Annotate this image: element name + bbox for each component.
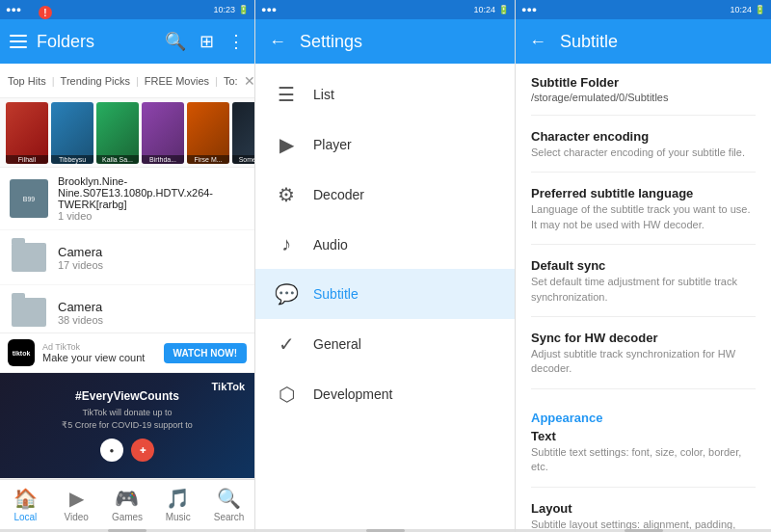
settings-title: Settings <box>300 32 362 52</box>
thumbnail-2[interactable]: Kalla Sa... <box>96 102 139 164</box>
hw-sync-section[interactable]: Sync for HW decoder Adjust subtitle trac… <box>531 331 756 389</box>
folder-list: B99 Brooklyn.Nine-Nine.S07E13.1080p.HDTV… <box>0 168 254 332</box>
hamburger-icon[interactable] <box>10 35 27 48</box>
battery-3: 🔋 <box>755 5 765 14</box>
chip-free-movies[interactable]: FREE Movies <box>145 75 209 87</box>
layout-section[interactable]: Layout Subtitle layout settings: alignme… <box>531 501 756 529</box>
music-icon: 🎵 <box>166 487 190 510</box>
audio-icon: ♪ <box>275 233 298 255</box>
back-icon-settings[interactable]: ← <box>269 32 286 52</box>
layout-section-title: Layout <box>531 501 756 516</box>
settings-item-decoder[interactable]: ⚙ Decoder <box>255 170 515 220</box>
appearance-label: Appearance <box>531 403 756 429</box>
thumbnail-1[interactable]: Tibbeysu <box>51 102 93 164</box>
decoder-label: Decoder <box>313 187 364 202</box>
preferred-lang-section[interactable]: Preferred subtitle language Language of … <box>531 186 756 245</box>
settings-item-list[interactable]: ☰ List <box>255 69 515 120</box>
list-label: List <box>313 87 334 102</box>
audio-label: Audio <box>313 237 348 253</box>
grid-icon[interactable]: ⊞ <box>199 31 214 52</box>
default-sync-desc: Set default time adjustment for subtitle… <box>531 275 756 305</box>
ad-text: Make your view count <box>42 352 156 363</box>
subtitle-folder-value: /storage/emulated/0/Subtitles <box>531 92 756 103</box>
promo-logos: ● ✚ <box>100 439 154 462</box>
tiktok-logo: tiktok <box>8 339 35 366</box>
toolbar-icons: 🔍 ⊞ ⋮ <box>165 31 245 52</box>
thumbnail-0[interactable]: Filhall <box>6 102 48 164</box>
status-left-1: ●●● <box>6 5 21 14</box>
thumb-label-1: Tibbeysu <box>51 155 93 164</box>
settings-toolbar: ← Settings <box>255 19 515 64</box>
battery-2: 🔋 <box>498 5 509 14</box>
subtitle-content: Subtitle Folder /storage/emulated/0/Subt… <box>516 64 771 529</box>
dev-icon: ⬡ <box>275 383 298 406</box>
nav-video[interactable]: ▶ Video <box>51 480 102 529</box>
panel-subtitle: ●●● 10:24 🔋 ← Subtitle Subtitle Folder /… <box>516 0 771 532</box>
games-icon: 🎮 <box>115 487 139 510</box>
time-3: 10:24 <box>730 5 752 14</box>
thumbnail-3[interactable]: Birthda... <box>142 102 184 164</box>
tiktok-promo[interactable]: TikTok #EveryViewCounts TikTok will dona… <box>0 373 254 479</box>
settings-item-player[interactable]: ▶ Player <box>255 120 515 170</box>
general-label: General <box>313 336 361 352</box>
games-label: Games <box>112 512 143 522</box>
ad-banner: tiktok Ad TikTok Make your view count WA… <box>0 332 254 373</box>
brooklyn-item[interactable]: B99 Brooklyn.Nine-Nine.S07E13.1080p.HDTV… <box>0 168 254 230</box>
video-icon: ▶ <box>69 487 84 510</box>
chips-close-icon[interactable]: ✕ <box>244 73 254 89</box>
folder-name-1: Camera <box>58 300 245 314</box>
settings-item-subtitle[interactable]: 💬 Subtitle <box>255 269 515 319</box>
watch-now-button[interactable]: WATCH NOW! <box>164 343 247 363</box>
music-label: Music <box>166 512 191 522</box>
folder-item-0[interactable]: Camera 17 videos <box>0 230 254 285</box>
bottom-nav: 🏠 Local ▶ Video 🎮 Games 🎵 Music 🔍 Search <box>0 479 254 529</box>
default-sync-section[interactable]: Default sync Set default time adjustment… <box>531 258 756 317</box>
preferred-lang-title: Preferred subtitle language <box>531 186 756 200</box>
player-icon: ▶ <box>275 133 298 156</box>
promo-logo-2: ✚ <box>131 439 154 462</box>
thumb-label-4: Firse M... <box>187 155 229 164</box>
settings-item-development[interactable]: ⬡ Development <box>255 369 515 419</box>
thumb-label-5: Some B... <box>232 155 254 164</box>
search-icon[interactable]: 🔍 <box>165 31 186 52</box>
nav-search[interactable]: 🔍 Search <box>203 480 254 529</box>
chips-bar: Top Hits | Trending Picks | FREE Movies … <box>0 64 254 98</box>
subtitle-toolbar: ← Subtitle <box>516 19 771 64</box>
settings-item-audio[interactable]: ♪ Audio <box>255 220 515 269</box>
battery-1: 🔋 <box>238 5 249 14</box>
signal-icon: ●●● <box>6 5 21 14</box>
player-label: Player <box>313 137 352 152</box>
nav-music[interactable]: 🎵 Music <box>152 480 203 529</box>
status-right-1: 10:23 🔋 <box>213 5 249 14</box>
folders-toolbar: Folders 🔍 ⊞ ⋮ <box>0 19 254 64</box>
chip-to[interactable]: To: <box>224 75 238 87</box>
text-section-title: Text <box>531 429 756 443</box>
folder-icon-0 <box>12 243 46 272</box>
settings-item-general[interactable]: ✓ General <box>255 319 515 369</box>
tiktok-promo-bg: TikTok #EveryViewCounts TikTok will dona… <box>0 373 254 478</box>
status-left-2: ●●● <box>261 5 277 14</box>
subtitle-folder-section[interactable]: Subtitle Folder /storage/emulated/0/Subt… <box>531 75 756 116</box>
nav-local[interactable]: 🏠 Local <box>0 480 51 529</box>
thumbnail-5[interactable]: Some B... <box>232 102 254 164</box>
folder-icon-wrap-1 <box>10 293 48 332</box>
local-label: Local <box>13 512 37 522</box>
folder-count-0: 17 videos <box>58 259 245 271</box>
general-icon: ✓ <box>275 332 298 356</box>
chip-trending[interactable]: Trending Picks <box>61 75 130 87</box>
thumbnail-4[interactable]: Firse M... <box>187 102 229 164</box>
hw-sync-desc: Adjust subtitle track synchronization fo… <box>531 347 756 377</box>
folder-name-0: Camera <box>58 245 245 259</box>
nav-games[interactable]: 🎮 Games <box>102 480 153 529</box>
back-icon-subtitle[interactable]: ← <box>529 32 546 52</box>
folder-icon-wrap-0 <box>10 238 48 277</box>
folder-icon-1 <box>12 298 46 327</box>
folder-item-1[interactable]: Camera 38 videos <box>0 285 254 332</box>
text-section[interactable]: Text Subtitle text settings: font, size,… <box>531 429 756 488</box>
brooklyn-info: Brooklyn.Nine-Nine.S07E13.1080p.HDTV.x26… <box>58 175 245 222</box>
more-icon[interactable]: ⋮ <box>227 31 245 52</box>
folders-title: Folders <box>37 32 155 52</box>
char-encoding-section[interactable]: Character encoding Select character enco… <box>531 129 756 173</box>
promo-text: TikTok will donate up to₹5 Crore for COV… <box>62 407 193 431</box>
chip-top-hits[interactable]: Top Hits <box>8 75 46 87</box>
